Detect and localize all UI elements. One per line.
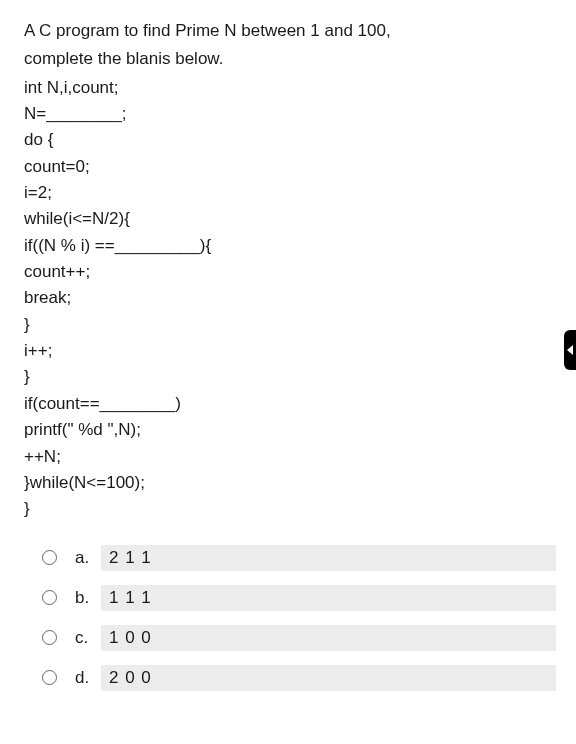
code-line: count=0; [24,154,556,180]
radio-a[interactable] [42,550,57,565]
radio-b[interactable] [42,590,57,605]
code-line: ++N; [24,444,556,470]
option-letter-b: b. [75,588,101,608]
radio-c[interactable] [42,630,57,645]
code-line: }while(N<=100); [24,470,556,496]
code-line: do { [24,127,556,153]
option-a[interactable]: a. 2 1 1 [42,545,556,571]
option-b[interactable]: b. 1 1 1 [42,585,556,611]
option-letter-d: d. [75,668,101,688]
code-line: i++; [24,338,556,364]
option-text-a: 2 1 1 [101,545,556,571]
option-text-c: 1 0 0 [101,625,556,651]
code-line: count++; [24,259,556,285]
options-group: a. 2 1 1 b. 1 1 1 c. 1 0 0 d. 2 0 0 [42,545,556,691]
code-line: N=________; [24,101,556,127]
radio-d[interactable] [42,670,57,685]
code-line: while(i<=N/2){ [24,206,556,232]
side-nav-arrow-icon[interactable] [564,330,576,370]
code-line: if((N % i) ==_________){ [24,233,556,259]
code-line: break; [24,285,556,311]
option-letter-a: a. [75,548,101,568]
question-line-2: complete the blanis below. [24,46,556,72]
code-line: printf(" %d ",N); [24,417,556,443]
option-d[interactable]: d. 2 0 0 [42,665,556,691]
code-line: } [24,312,556,338]
code-line: i=2; [24,180,556,206]
code-line: int N,i,count; [24,75,556,101]
option-letter-c: c. [75,628,101,648]
option-text-b: 1 1 1 [101,585,556,611]
code-line: if(count==________) [24,391,556,417]
code-line: } [24,364,556,390]
option-c[interactable]: c. 1 0 0 [42,625,556,651]
code-line: } [24,496,556,522]
question-line-1: A C program to find Prime N between 1 an… [24,18,556,44]
option-text-d: 2 0 0 [101,665,556,691]
